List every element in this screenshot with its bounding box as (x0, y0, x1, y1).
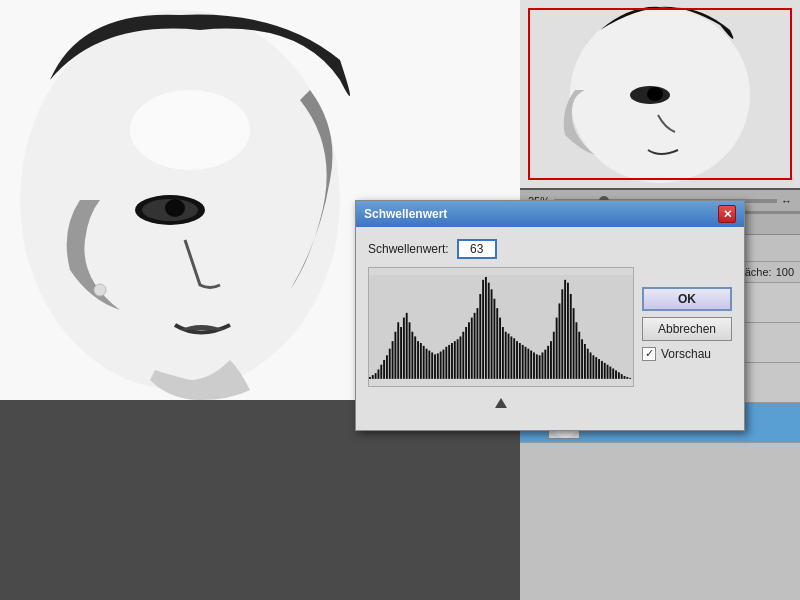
dialog-body: Schwellenwert: (356, 227, 744, 430)
svg-rect-76 (550, 341, 552, 379)
svg-point-5 (130, 90, 250, 170)
svg-rect-57 (496, 308, 498, 379)
svg-rect-40 (448, 345, 450, 379)
threshold-dialog: Schwellenwert ✕ Schwellenwert: (355, 200, 745, 431)
svg-rect-31 (423, 346, 425, 379)
svg-rect-30 (420, 343, 422, 379)
svg-rect-13 (372, 375, 374, 379)
dialog-value-row: Schwellenwert: (368, 239, 732, 408)
cancel-button[interactable]: Abbrechen (642, 317, 732, 341)
svg-point-4 (165, 199, 185, 217)
threshold-label: Schwellenwert: (368, 242, 449, 256)
svg-rect-18 (386, 355, 388, 379)
svg-rect-32 (426, 349, 428, 379)
svg-rect-38 (443, 350, 445, 379)
svg-rect-59 (502, 327, 504, 379)
svg-rect-46 (465, 327, 467, 379)
svg-rect-89 (587, 349, 589, 379)
svg-rect-41 (451, 343, 453, 379)
svg-rect-90 (590, 352, 592, 378)
svg-rect-84 (573, 308, 575, 379)
svg-rect-70 (533, 352, 535, 378)
svg-rect-86 (578, 332, 580, 379)
svg-rect-17 (383, 360, 385, 379)
svg-rect-51 (479, 294, 481, 379)
fill-value: 100 (776, 266, 794, 278)
svg-rect-16 (380, 365, 382, 379)
svg-rect-61 (508, 334, 510, 379)
svg-rect-66 (522, 345, 524, 379)
ok-button[interactable]: OK (642, 287, 732, 311)
svg-rect-94 (601, 361, 603, 379)
svg-rect-43 (457, 339, 459, 379)
svg-rect-19 (389, 349, 391, 379)
svg-rect-78 (556, 318, 558, 379)
svg-rect-72 (539, 355, 541, 379)
svg-rect-22 (397, 322, 399, 379)
dialog-title: Schwellenwert (364, 207, 447, 221)
svg-rect-20 (392, 341, 394, 379)
dialog-titlebar: Schwellenwert ✕ (356, 201, 744, 227)
dialog-close-button[interactable]: ✕ (718, 205, 736, 223)
svg-rect-42 (454, 341, 456, 379)
svg-rect-62 (510, 336, 512, 378)
preview-label: Vorschau (661, 347, 711, 361)
svg-rect-60 (505, 332, 507, 379)
svg-rect-93 (598, 359, 600, 379)
svg-rect-101 (621, 374, 623, 379)
svg-rect-53 (485, 277, 487, 379)
svg-rect-34 (431, 352, 433, 378)
threshold-marker[interactable] (495, 398, 507, 408)
svg-rect-79 (559, 303, 561, 378)
histogram-slider[interactable] (368, 395, 634, 408)
svg-rect-39 (445, 347, 447, 379)
svg-rect-83 (570, 294, 572, 379)
svg-rect-25 (406, 313, 408, 379)
preview-image (520, 0, 800, 188)
svg-rect-88 (584, 344, 586, 379)
svg-rect-77 (553, 332, 555, 379)
preview-checkbox[interactable]: ✓ (642, 347, 656, 361)
svg-rect-82 (567, 283, 569, 379)
svg-rect-96 (607, 365, 609, 379)
svg-rect-87 (581, 339, 583, 379)
svg-rect-97 (609, 367, 611, 379)
svg-rect-33 (428, 351, 430, 379)
svg-rect-91 (592, 355, 594, 379)
svg-rect-63 (513, 338, 515, 379)
svg-rect-75 (547, 346, 549, 379)
svg-rect-58 (499, 318, 501, 379)
svg-rect-37 (440, 352, 442, 379)
svg-rect-104 (629, 378, 631, 379)
svg-rect-65 (519, 343, 521, 379)
histogram (368, 267, 634, 387)
svg-rect-69 (530, 351, 532, 379)
svg-rect-56 (493, 299, 495, 379)
svg-rect-54 (488, 283, 490, 379)
svg-rect-45 (462, 332, 464, 379)
svg-point-6 (94, 284, 106, 296)
svg-rect-23 (400, 327, 402, 379)
svg-rect-55 (491, 289, 493, 379)
svg-rect-50 (476, 308, 478, 379)
svg-rect-103 (626, 377, 628, 379)
svg-rect-27 (411, 332, 413, 379)
svg-rect-67 (525, 347, 527, 379)
svg-rect-21 (394, 332, 396, 379)
svg-rect-71 (536, 354, 538, 379)
svg-rect-52 (482, 280, 484, 379)
svg-rect-24 (403, 318, 405, 379)
svg-rect-80 (561, 289, 563, 379)
svg-rect-12 (369, 377, 371, 379)
svg-rect-26 (409, 322, 411, 379)
svg-rect-73 (542, 352, 544, 378)
preview-panel (520, 0, 800, 190)
svg-rect-15 (377, 369, 379, 378)
svg-rect-36 (437, 353, 439, 378)
zoom-icon: ↔ (781, 195, 792, 207)
threshold-input[interactable] (457, 239, 497, 259)
dialog-buttons: OK Abbrechen ✓ Vorschau (642, 287, 732, 361)
svg-rect-102 (624, 376, 626, 379)
svg-rect-35 (434, 354, 436, 379)
preview-checkbox-row: ✓ Vorschau (642, 347, 732, 361)
